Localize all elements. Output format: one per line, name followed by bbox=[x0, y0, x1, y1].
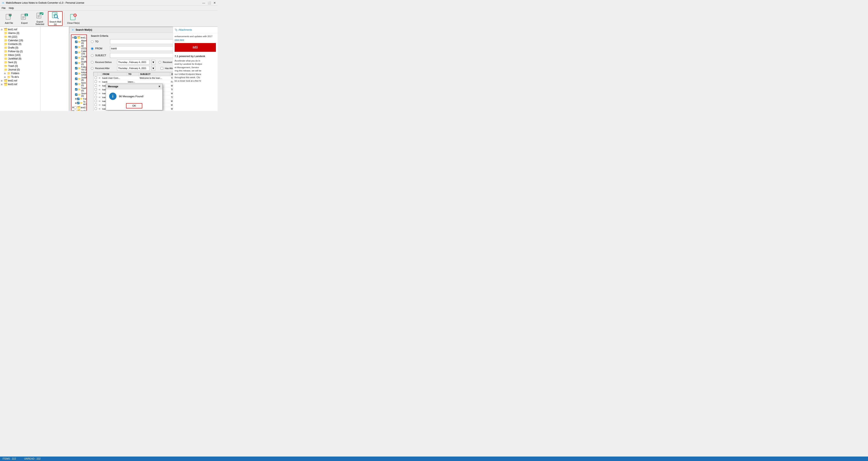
radio-subject[interactable] bbox=[91, 54, 94, 57]
sidebar-item-followup[interactable]: 📁 Follow-Up (2) bbox=[4, 50, 40, 53]
collapse-folders[interactable]: ⊞ bbox=[4, 72, 6, 74]
row-checkbox-0[interactable] bbox=[95, 76, 97, 79]
dialog-tree-contacts[interactable]: 📁 Contacts (0) bbox=[75, 55, 86, 60]
checkbox-folders[interactable] bbox=[77, 98, 80, 100]
collapse-dialog-test2[interactable]: ⊞ bbox=[72, 106, 74, 108]
row-checkbox-6[interactable] bbox=[95, 100, 97, 102]
sidebar-item-junkmail[interactable]: 📁 JunkMail (8) bbox=[4, 57, 40, 61]
table-row[interactable]: ✉ ivanti interc... Friday, April 28, 201… bbox=[94, 80, 173, 84]
checkbox-inbox[interactable] bbox=[75, 72, 78, 75]
sidebar-item-test2[interactable]: ⊞ 🗂️ test2.nsf bbox=[1, 79, 40, 83]
checkbox-junkmail[interactable] bbox=[75, 77, 78, 80]
received-after-dropdown[interactable]: ▼ bbox=[151, 66, 155, 71]
maximize-button[interactable]: ⬜ bbox=[208, 1, 211, 4]
sidebar-item-journal[interactable]: 📁 Journal (0) bbox=[4, 68, 40, 71]
checkbox-contacts[interactable] bbox=[75, 57, 78, 59]
radio-received-before[interactable] bbox=[91, 61, 94, 64]
checkbox-drafts[interactable] bbox=[75, 62, 78, 64]
dialog-tree-todos[interactable]: ⊞ 📁 To do's bbox=[75, 100, 86, 106]
folder-icon: 📁 bbox=[7, 72, 10, 75]
dialog-tree-junkmail[interactable]: 📁 JunkMail (8) bbox=[75, 76, 86, 81]
dialog-tree-all[interactable]: 📁 All (222) bbox=[75, 44, 86, 50]
export-button[interactable]: Export bbox=[17, 11, 32, 26]
collapse-dialog-test1[interactable]: ⊟ bbox=[72, 36, 74, 39]
collapse-dialog-folders[interactable]: ⊞ bbox=[75, 98, 76, 100]
subject-input[interactable] bbox=[110, 53, 173, 58]
minimize-button[interactable]: — bbox=[202, 1, 205, 4]
close-button[interactable]: ✕ bbox=[213, 1, 216, 4]
collapse-todos[interactable]: ⊞ bbox=[4, 76, 6, 78]
row-checkbox-7[interactable] bbox=[95, 104, 97, 106]
dialog-tree-test3[interactable]: ⊞ 🗂️ test3.nsf bbox=[72, 109, 86, 111]
checkbox-all[interactable] bbox=[75, 46, 78, 48]
sidebar-item-contacts[interactable]: 📁 Contacts (0) bbox=[4, 42, 40, 46]
col-from: FROM bbox=[101, 72, 127, 76]
row-checkbox-8[interactable] bbox=[95, 107, 97, 110]
sidebar-item-test3[interactable]: ⊞ 🗂️ test3.nsf bbox=[1, 83, 40, 86]
dialog-tree-calendar[interactable]: 📁 Calendar (19) bbox=[75, 50, 86, 55]
sidebar-item-drafts[interactable]: 📁 Drafts (0) bbox=[4, 46, 40, 50]
search-mail-button[interactable]: Search Mail (s) bbox=[48, 11, 63, 26]
received-before-input[interactable] bbox=[117, 60, 150, 65]
radio-received-after[interactable] bbox=[91, 67, 94, 70]
collapse-dialog-todos[interactable]: ⊞ bbox=[75, 102, 76, 104]
dialog-tree-folders[interactable]: ⊞ 📁 Folders bbox=[75, 97, 86, 100]
radio-from[interactable] bbox=[91, 47, 94, 50]
sidebar-item-sent[interactable]: 📁 Sent (0) bbox=[4, 61, 40, 64]
checkbox-trash[interactable] bbox=[75, 88, 78, 91]
dialog-tree-drafts[interactable]: 📁 Drafts (0) bbox=[75, 60, 86, 66]
received-before-dropdown[interactable]: ▼ bbox=[151, 60, 155, 65]
collapse-test2[interactable]: ⊞ bbox=[1, 79, 3, 82]
dialog-tree-followup[interactable]: 📁 Follow-Up (2) bbox=[75, 66, 86, 71]
dialog-tree-inbox[interactable]: 📁 Inbox (143) bbox=[75, 71, 86, 76]
collapse-test1[interactable]: ⊟ bbox=[1, 28, 3, 31]
checkbox-calendar[interactable] bbox=[75, 51, 78, 54]
checkbox-test3[interactable] bbox=[74, 110, 76, 111]
right-link[interactable]: click here bbox=[175, 39, 184, 41]
title-bar-controls[interactable]: — ⬜ ✕ bbox=[202, 1, 216, 4]
dialog-tree-sent[interactable]: 📁 Sent (0) bbox=[75, 81, 86, 87]
sidebar-item-all[interactable]: 📁 All (222) bbox=[4, 35, 40, 39]
sidebar-item-test1[interactable]: ⊟ 🗂️ test1.nsf bbox=[1, 28, 40, 31]
table-row[interactable]: ✉ Ivanti User Com... Welcome to the Ivan… bbox=[94, 76, 173, 80]
export-selected-button[interactable]: Export Selected bbox=[33, 11, 47, 26]
row-checkbox-3[interactable] bbox=[95, 88, 97, 91]
table-row[interactable]: ✉ ivanti g Wi... Friday, May 19, 2017 4:… bbox=[94, 111, 173, 111]
collapse-test3[interactable]: ⊞ bbox=[1, 83, 3, 86]
received-after-input[interactable] bbox=[117, 66, 150, 71]
sidebar-item-trash[interactable]: 📁 Trash (0) bbox=[4, 64, 40, 68]
to-input[interactable] bbox=[110, 39, 173, 44]
dialog-tree-test1[interactable]: ⊟ 🗂️ test1.nsf bbox=[72, 36, 86, 39]
add-file-button[interactable]: Add File bbox=[2, 11, 16, 26]
sidebar-item-calendar[interactable]: 📁 Calendar (19) bbox=[4, 39, 40, 42]
ok-button[interactable]: OK bbox=[126, 103, 142, 108]
checkbox-has-attachments[interactable] bbox=[161, 67, 163, 70]
row-checkbox-5[interactable] bbox=[95, 96, 97, 98]
row-checkbox-4[interactable] bbox=[95, 92, 97, 94]
sidebar-item-folders[interactable]: ⊞ 📁 Folders bbox=[4, 71, 40, 75]
checkbox-journal[interactable] bbox=[75, 93, 78, 96]
checkbox-alarms[interactable] bbox=[75, 41, 78, 43]
row-checkbox-2[interactable] bbox=[95, 84, 97, 87]
menu-file[interactable]: File bbox=[2, 7, 5, 9]
sidebar-item-alarms[interactable]: 📁 Alarms (0) bbox=[4, 31, 40, 35]
row-checkbox-1[interactable] bbox=[95, 80, 97, 83]
checkbox-sent[interactable] bbox=[75, 83, 78, 85]
dialog-tree-alarms[interactable]: 📁 Alarms (0) bbox=[75, 39, 86, 44]
checkbox-followup[interactable] bbox=[75, 67, 78, 69]
sidebar-item-todos[interactable]: ⊞ 📁 To do's bbox=[4, 75, 40, 79]
menu-help[interactable]: Help bbox=[9, 7, 14, 9]
message-close-button[interactable]: ✕ bbox=[158, 85, 160, 88]
radio-received-on[interactable] bbox=[159, 61, 161, 64]
checkbox-todos[interactable] bbox=[77, 102, 80, 104]
sidebar-item-inbox[interactable]: 📁 Inbox (143) bbox=[4, 53, 40, 57]
dialog-tree-test2[interactable]: ⊞ 🗂️ test2.nsf bbox=[72, 106, 86, 109]
dialog-tree-journal[interactable]: 📁 Journal (0) bbox=[75, 92, 86, 97]
dialog-tree-trash[interactable]: 📁 Trash (0) bbox=[75, 87, 86, 92]
from-input[interactable] bbox=[110, 46, 173, 51]
radio-to[interactable] bbox=[91, 40, 94, 43]
close-file-button[interactable]: Close File(s) bbox=[66, 11, 81, 26]
checkbox-test2[interactable] bbox=[74, 106, 76, 109]
checkbox-test1[interactable] bbox=[74, 36, 76, 39]
collapse-dialog-test3[interactable]: ⊞ bbox=[72, 110, 74, 111]
